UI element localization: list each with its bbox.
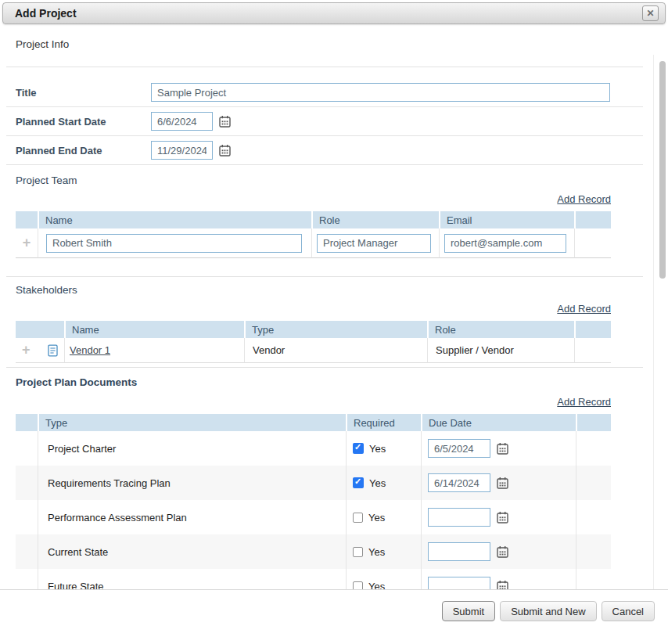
planned-end-date-input[interactable] [151, 141, 213, 160]
document-type-label: Requirements Tracing Plan [38, 477, 171, 489]
footer-actions: Submit Submit and New Cancel [442, 601, 655, 621]
required-label: Yes [368, 546, 385, 558]
team-role-input[interactable] [317, 234, 431, 253]
document-type-label: Current State [38, 546, 108, 558]
title-label: Title [16, 87, 151, 99]
title-input[interactable] [151, 83, 610, 102]
required-label: Yes [368, 512, 385, 523]
stakeholders-add-record-link[interactable]: Add Record [557, 303, 611, 315]
required-label: Yes [369, 477, 386, 489]
stakeholders-table: Name Type Role + Vendor 1 Vendor Supplie… [16, 321, 611, 363]
table-header-row: Type Required Due Date [16, 414, 611, 431]
planned-end-date-row: Planned End Date [6, 136, 643, 165]
team-add-record-link[interactable]: Add Record [557, 193, 611, 205]
document-type-label: Future State [38, 581, 104, 590]
submit-button[interactable]: Submit [442, 601, 495, 621]
team-row: + [16, 228, 611, 258]
expand-plus-icon[interactable]: + [16, 228, 38, 258]
stake-col-name: Name [64, 321, 244, 338]
modal-body: Title Planned Start Date Planned End Dat… [0, 59, 668, 589]
document-row: Project Charter Yes [16, 431, 611, 466]
expand-plus-icon[interactable]: + [22, 342, 31, 358]
team-email-input[interactable] [444, 234, 566, 253]
required-checkbox[interactable] [353, 477, 364, 488]
modal-header: Add Project ✕ [2, 2, 666, 24]
required-label: Yes [368, 581, 385, 590]
document-row: Future State Yes [16, 569, 611, 589]
project-team-table: Name Role Email + [16, 211, 611, 258]
planned-start-date-row: Planned Start Date [6, 107, 643, 136]
stakeholder-row: + Vendor 1 Vendor Supplier / Vendor [16, 338, 611, 363]
calendar-icon[interactable] [496, 580, 509, 590]
document-row: Current State Yes [16, 534, 611, 569]
calendar-icon[interactable] [496, 511, 509, 524]
required-label: Yes [369, 443, 386, 455]
planned-end-date-label: Planned End Date [16, 145, 151, 157]
document-row: Performance Assessment Plan Yes [16, 500, 611, 534]
divider [6, 276, 643, 277]
team-col-name: Name [38, 211, 311, 228]
project-info-form: Title Planned Start Date Planned End Dat… [6, 67, 643, 165]
team-col-role: Role [311, 211, 439, 228]
documents-table-body: Project Charter Yes Requirements Tracing… [16, 431, 611, 589]
due-date-input[interactable] [428, 439, 490, 458]
required-checkbox[interactable] [353, 547, 363, 557]
planned-start-date-input[interactable] [151, 112, 213, 131]
document-icon[interactable] [48, 344, 58, 357]
calendar-icon[interactable] [218, 115, 232, 128]
divider [6, 367, 643, 368]
calendar-icon[interactable] [496, 477, 509, 490]
modal-title: Add Project [15, 7, 77, 20]
due-date-input[interactable] [428, 542, 490, 561]
due-date-input[interactable] [428, 508, 490, 527]
modal-subtitle: Project Info [16, 38, 69, 50]
due-date-input[interactable] [428, 577, 490, 589]
calendar-icon[interactable] [496, 442, 509, 455]
table-header-row: Name Role Email [16, 211, 611, 228]
stakeholder-role: Supplier / Vendor [428, 344, 514, 356]
required-checkbox[interactable] [353, 581, 363, 590]
documents-table: Type Required Due Date Project Charter Y… [16, 414, 611, 589]
required-checkbox[interactable] [353, 443, 364, 454]
title-row: Title [6, 78, 643, 107]
calendar-icon[interactable] [218, 144, 232, 157]
planned-start-date-label: Planned Start Date [16, 116, 151, 128]
vertical-scrollbar[interactable] [659, 61, 666, 279]
document-type-label: Performance Assessment Plan [38, 512, 187, 523]
stakeholders-heading: Stakeholders [16, 284, 643, 296]
doc-col-required: Required [346, 414, 421, 431]
doc-col-type: Type [38, 414, 346, 431]
documents-add-record-link[interactable]: Add Record [557, 396, 611, 408]
cancel-button[interactable]: Cancel [602, 601, 655, 621]
team-col-email: Email [439, 211, 574, 228]
submit-and-new-button[interactable]: Submit and New [500, 601, 596, 621]
doc-col-due-date: Due Date [421, 414, 576, 431]
close-icon[interactable]: ✕ [642, 5, 659, 21]
stake-col-type: Type [244, 321, 427, 338]
document-type-label: Project Charter [38, 443, 116, 455]
document-row: Requirements Tracing Plan Yes [16, 466, 611, 500]
stake-col-role: Role [427, 321, 574, 338]
project-plan-documents-heading: Project Plan Documents [16, 376, 643, 388]
project-team-heading: Project Team [16, 174, 643, 186]
footer-divider [0, 589, 668, 590]
stakeholder-name-link[interactable]: Vendor 1 [70, 344, 110, 356]
due-date-input[interactable] [428, 473, 490, 492]
calendar-icon[interactable] [496, 545, 509, 559]
content-edge-divider [653, 55, 654, 590]
table-header-row: Name Type Role [16, 321, 611, 338]
team-name-input[interactable] [46, 234, 302, 253]
required-checkbox[interactable] [353, 513, 363, 523]
stakeholder-type: Vendor [245, 344, 285, 356]
